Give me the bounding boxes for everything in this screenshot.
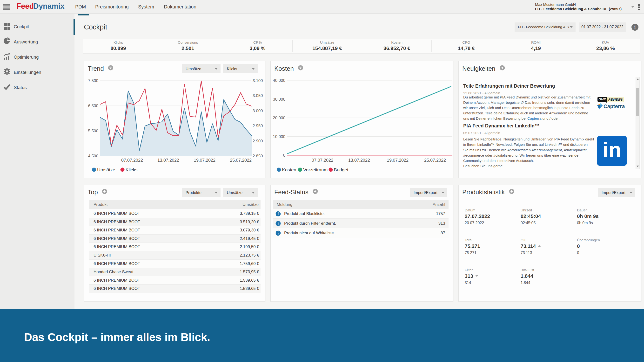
svg-text:2.850: 2.850 bbox=[252, 154, 263, 158]
svg-text:Vorzeitraum: Vorzeitraum bbox=[303, 167, 328, 172]
svg-text:6.500: 6.500 bbox=[88, 104, 98, 108]
svg-text:Budget: Budget bbox=[334, 167, 348, 172]
svg-text:13.07.2022: 13.07.2022 bbox=[348, 158, 370, 163]
svg-text:25.07.2022: 25.07.2022 bbox=[230, 158, 252, 163]
svg-text:4.500: 4.500 bbox=[88, 154, 98, 158]
svg-text:Kosten: Kosten bbox=[282, 167, 296, 172]
svg-text:3.000: 3.000 bbox=[252, 109, 263, 113]
svg-text:07.07.2022: 07.07.2022 bbox=[121, 158, 143, 163]
svg-text:40.000: 40.000 bbox=[273, 78, 285, 83]
svg-text:25.07.2022: 25.07.2022 bbox=[424, 158, 446, 163]
svg-text:19.07.2022: 19.07.2022 bbox=[387, 158, 408, 163]
svg-text:Klicks: Klicks bbox=[126, 167, 138, 172]
svg-text:5.500: 5.500 bbox=[88, 129, 98, 133]
svg-text:7.500: 7.500 bbox=[88, 78, 98, 83]
svg-text:20.000: 20.000 bbox=[273, 116, 285, 120]
svg-text:19.07.2022: 19.07.2022 bbox=[194, 158, 216, 163]
svg-text:0: 0 bbox=[283, 153, 285, 157]
svg-text:2.900: 2.900 bbox=[252, 139, 263, 143]
svg-text:Umsätze: Umsätze bbox=[97, 167, 115, 172]
svg-text:3.050: 3.050 bbox=[252, 93, 263, 98]
svg-text:30.000: 30.000 bbox=[273, 97, 285, 102]
svg-text:2.950: 2.950 bbox=[252, 124, 263, 128]
svg-text:13.07.2022: 13.07.2022 bbox=[158, 158, 179, 163]
svg-text:10.000: 10.000 bbox=[273, 134, 285, 139]
svg-text:3.100: 3.100 bbox=[252, 78, 263, 83]
svg-text:07.07.2022: 07.07.2022 bbox=[312, 158, 333, 163]
